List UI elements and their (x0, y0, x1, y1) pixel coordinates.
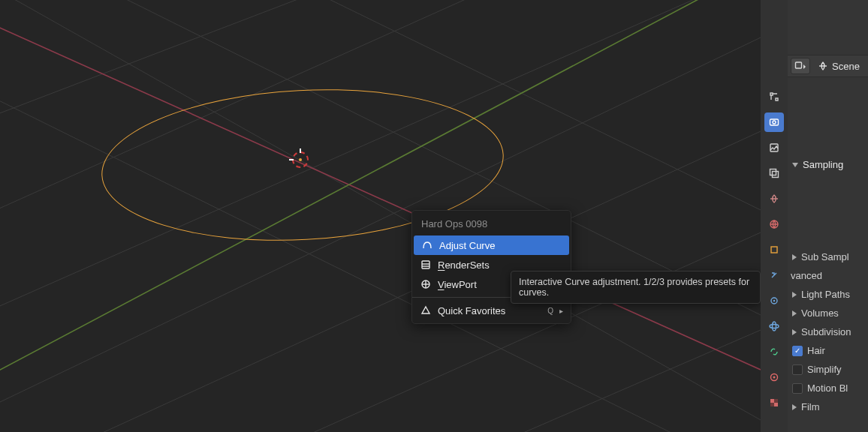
modifier-icon[interactable] (764, 266, 784, 285)
tools-icon[interactable] (764, 87, 784, 106)
menu-item-label: ViewPort (438, 279, 477, 290)
panel-subdivision[interactable]: Subdivision (788, 322, 868, 341)
svg-rect-19 (770, 119, 779, 125)
svg-rect-26 (771, 247, 777, 253)
svg-rect-35 (770, 403, 774, 406)
svg-point-30 (773, 322, 776, 331)
scene-name: Scene (832, 61, 860, 72)
curve-icon (421, 239, 433, 251)
disclosure-right-icon (792, 292, 797, 298)
panel-advanced-sub[interactable]: vanced (788, 266, 868, 285)
svg-rect-33 (770, 399, 774, 403)
svg-rect-13 (422, 261, 429, 268)
panel-label: Film (801, 401, 820, 412)
menu-item-label: Adjust Curve (439, 240, 495, 251)
panel-label: Motion Bl (807, 382, 848, 394)
svg-point-20 (773, 121, 776, 124)
svg-point-29 (770, 325, 779, 328)
menu-item-label: Quick Favorites (438, 305, 505, 316)
viewport-icon (420, 278, 432, 290)
svg-rect-37 (796, 62, 802, 68)
rendersets-icon (420, 259, 432, 271)
svg-rect-22 (770, 170, 776, 176)
panel-motion-blur[interactable]: Motion Bl (788, 379, 868, 398)
svg-rect-23 (773, 172, 779, 178)
viewlayer-icon[interactable] (764, 164, 784, 183)
panel-hair[interactable]: ✓ Hair (788, 341, 868, 360)
tooltip: Interactive Curve adjustment. 1/2/3 prov… (511, 271, 761, 304)
panel-label: Hair (807, 345, 825, 356)
scene-icon[interactable] (764, 189, 784, 208)
chevron-right-icon: ▸ (559, 307, 563, 315)
disclosure-right-icon (792, 310, 797, 316)
checkbox-hair[interactable]: ✓ (792, 346, 803, 356)
panel-label: Light Paths (801, 289, 850, 300)
properties-header: Scene (788, 55, 868, 77)
scene-field[interactable]: Scene (815, 59, 863, 74)
panel-simplify[interactable]: Simplify (788, 360, 868, 379)
panel-film[interactable]: Film (788, 398, 868, 416)
menu-item-label: RenderSets (438, 260, 490, 271)
world-icon[interactable] (764, 214, 784, 234)
properties-tab-column (761, 0, 788, 432)
svg-point-28 (773, 300, 775, 302)
svg-rect-36 (774, 403, 778, 406)
physics-icon[interactable] (764, 316, 784, 336)
checkbox-simplify[interactable] (792, 364, 803, 375)
render-icon[interactable] (764, 112, 784, 132)
svg-rect-34 (774, 399, 778, 403)
favorites-icon (420, 304, 432, 316)
menu-item-adjust-curve[interactable]: Adjust Curve (414, 236, 569, 255)
context-menu-title: Hard Ops 0098 (412, 214, 571, 236)
panel-label: Sub Sampl (801, 251, 849, 262)
cursor-3d (292, 152, 309, 168)
context-menu: Hard Ops 0098 Adjust Curve RenderSets (411, 210, 571, 324)
viewport-3d[interactable]: Hard Ops 0098 Adjust Curve RenderSets (0, 0, 761, 432)
disclosure-right-icon (792, 329, 797, 335)
constraint-icon[interactable] (764, 342, 784, 362)
object-icon[interactable] (764, 240, 784, 260)
panel-sub-sampling[interactable]: Sub Sampl (788, 248, 868, 266)
shortcut-label: Q (547, 307, 553, 315)
data-icon[interactable] (764, 368, 784, 387)
disclosure-right-icon (792, 404, 797, 410)
texture-icon[interactable] (764, 393, 784, 412)
panel-label: Subdivision (801, 326, 851, 338)
particle-icon[interactable] (764, 291, 784, 310)
output-icon[interactable] (764, 138, 784, 158)
panel-sampling[interactable]: Sampling (788, 155, 848, 174)
properties-panel: Scene Sampling Sub Sampl vanced Light Pa… (788, 0, 868, 432)
panel-volumes[interactable]: Volumes (788, 304, 868, 322)
scene-icon (818, 61, 828, 71)
panel-label: Volumes (801, 308, 839, 319)
panel-label: vanced (791, 270, 822, 281)
panel-light-paths[interactable]: Light Paths (788, 285, 868, 304)
editor-type-dropdown[interactable] (791, 58, 810, 74)
svg-point-32 (773, 376, 776, 379)
panel-label: Simplify (807, 364, 842, 375)
checkbox-motion-blur[interactable] (792, 383, 803, 394)
disclosure-right-icon (792, 254, 797, 260)
panel-label: Sampling (803, 159, 843, 170)
disclosure-down-icon (792, 163, 798, 167)
